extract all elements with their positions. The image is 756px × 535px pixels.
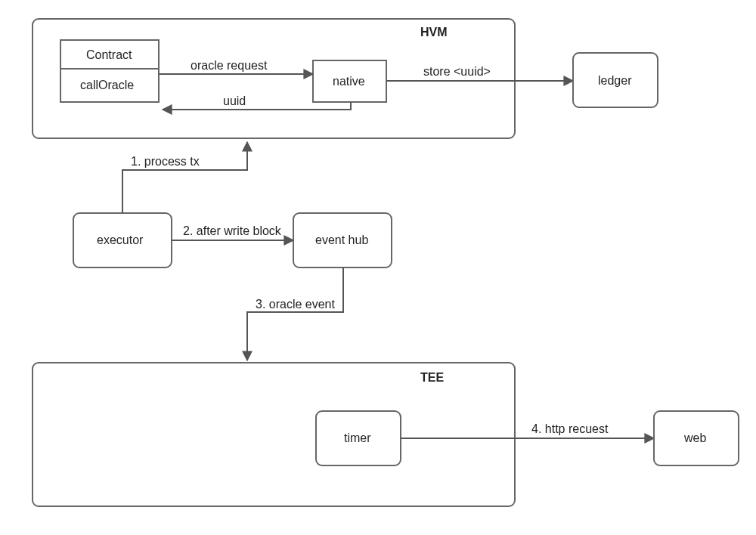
native-label: native	[333, 75, 365, 88]
arrow-step3	[247, 268, 343, 360]
calloracle-label: callOracle	[80, 79, 134, 91]
label-oracle-request: oracle request	[191, 59, 268, 72]
label-step2: 2. after write block	[183, 224, 282, 237]
label-step4: 4. http recuest	[531, 422, 609, 435]
label-step3: 3. oracle event	[256, 298, 336, 311]
label-step1: 1. process tx	[131, 155, 200, 168]
label-uuid: uuid	[223, 94, 246, 107]
contract-label: Contract	[86, 48, 132, 61]
tee-title: TEE	[420, 371, 444, 384]
label-store: store <uuid>	[423, 65, 491, 78]
timer-label: timer	[344, 431, 371, 444]
ledger-label: ledger	[598, 74, 632, 87]
tee-container	[33, 363, 515, 506]
web-label: web	[683, 431, 706, 444]
executor-label: executor	[97, 233, 144, 246]
eventhub-label: event hub	[315, 233, 368, 246]
hvm-title: HVM	[420, 26, 448, 39]
arrow-step1	[122, 142, 247, 213]
